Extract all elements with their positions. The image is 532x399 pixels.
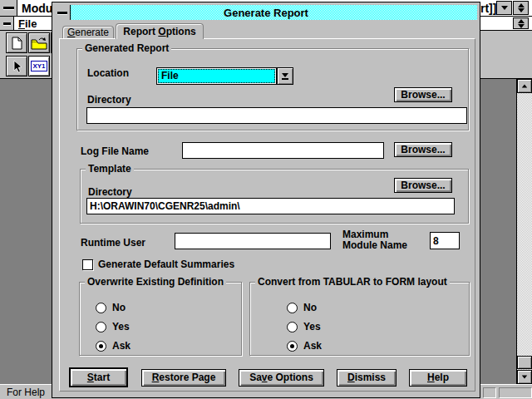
- xy1-icon: XY1: [31, 61, 47, 71]
- new-document-button[interactable]: [6, 32, 27, 53]
- menu-file-key: F: [18, 17, 25, 30]
- xy1-tool-button[interactable]: XY1: [28, 56, 50, 76]
- location-combobox[interactable]: File: [156, 67, 293, 85]
- convert-no-label: No: [303, 302, 317, 313]
- status-segment-2: [499, 387, 532, 398]
- dismiss-post: ismiss: [355, 372, 386, 383]
- tab-generate-key: G: [67, 27, 75, 38]
- convert-yes-label: Yes: [303, 321, 321, 332]
- runtime-user-label: Runtime User: [81, 237, 145, 249]
- system-menu-icon: [3, 22, 11, 25]
- tab-options-post: ptions: [166, 26, 196, 37]
- location-dropdown-button[interactable]: [277, 67, 293, 85]
- tab-generate[interactable]: Generate: [62, 26, 114, 39]
- start-button[interactable]: Start: [69, 367, 128, 387]
- status-message: For Help: [7, 387, 45, 398]
- help-button[interactable]: Help: [409, 369, 467, 387]
- main-system-menu-button[interactable]: [0, 0, 17, 16]
- convert-ask-label: Ask: [303, 340, 322, 352]
- convert-no-radio[interactable]: [287, 303, 298, 313]
- pointer-tool-button[interactable]: [6, 56, 27, 76]
- restore-up-icon: [518, 3, 525, 7]
- overwrite-yes-label: Yes: [112, 321, 130, 332]
- radio-dot: [99, 306, 103, 310]
- restore-page-button[interactable]: Restore Page: [141, 369, 226, 387]
- save-options-button[interactable]: Save Options: [239, 369, 324, 387]
- new-document-icon: [10, 37, 23, 50]
- minimize-button[interactable]: [496, 1, 512, 15]
- scrollbar-thumb[interactable]: [517, 356, 532, 369]
- tab-report-options[interactable]: Report Options: [116, 23, 204, 39]
- log-file-name-input[interactable]: [182, 142, 384, 159]
- location-value-field[interactable]: File: [156, 67, 277, 85]
- template-directory-label: Directory: [88, 186, 132, 198]
- restore-key: R: [152, 372, 160, 383]
- template-group: Template: [80, 169, 469, 224]
- main-window-title-suffix: rt]]: [480, 2, 496, 15]
- tab-options-key: O: [158, 26, 165, 37]
- generate-report-dialog: Generate Report Generate Report Options …: [52, 2, 480, 398]
- browse-log-file-button[interactable]: Browse...: [394, 142, 452, 157]
- restore-button[interactable]: [513, 1, 529, 15]
- convert-group-label: Convert from TABULAR to FORM layout: [255, 276, 450, 288]
- radio-dot: [99, 325, 103, 329]
- convert-yes-radio[interactable]: [287, 322, 298, 332]
- vertical-scrollbar[interactable]: [517, 79, 532, 384]
- radio-dot: [99, 344, 103, 348]
- system-menu-icon: [3, 7, 14, 9]
- location-selected-value: File: [158, 69, 275, 83]
- start-key: S: [87, 372, 94, 383]
- directory-label: Directory: [87, 94, 131, 106]
- max-module-name-input[interactable]: [430, 232, 460, 249]
- child-restore-button[interactable]: [513, 17, 529, 29]
- menu-item-file[interactable]: File: [18, 17, 37, 30]
- dialog-titlebar[interactable]: Generate Report: [55, 5, 477, 20]
- scroll-down-icon: [522, 376, 527, 379]
- max-label-line2: Module Name: [342, 239, 407, 251]
- overwrite-yes-radio[interactable]: [96, 322, 106, 332]
- overwrite-ask-label: Ask: [112, 340, 131, 352]
- restore-down-icon: [518, 24, 525, 28]
- help-key: H: [427, 372, 435, 383]
- location-label: Location: [87, 67, 129, 79]
- restore-up-icon: [518, 19, 525, 23]
- scrollbar-down-button[interactable]: [517, 370, 532, 384]
- generate-default-summaries-checkbox[interactable]: [82, 259, 93, 270]
- minimize-icon: [501, 6, 508, 10]
- dismiss-key: D: [347, 372, 355, 383]
- dropdown-bar-icon: [282, 78, 288, 80]
- save-key: v: [262, 372, 268, 383]
- template-group-label: Template: [86, 163, 134, 175]
- generated-report-group-label: Generated Report: [82, 42, 171, 54]
- restore-down-icon: [518, 8, 525, 12]
- template-directory-input[interactable]: [86, 198, 455, 214]
- pointer-icon: [11, 60, 22, 73]
- overwrite-ask-radio[interactable]: [96, 341, 106, 352]
- child-system-menu-button[interactable]: [0, 17, 14, 30]
- overwrite-no-radio[interactable]: [96, 303, 106, 313]
- directory-input[interactable]: [86, 107, 467, 124]
- menu-file-post: ile: [25, 17, 37, 30]
- overwrite-no-label: No: [112, 302, 126, 313]
- generate-default-summaries-label: Generate Default Summaries: [98, 259, 234, 270]
- max-module-name-label: MaximumModule Name: [342, 229, 407, 251]
- browse-directory-button[interactable]: Browse...: [394, 87, 452, 102]
- open-module-button[interactable]: [28, 32, 50, 53]
- browse-template-button[interactable]: Browse...: [394, 178, 452, 193]
- dialog-system-menu-button[interactable]: [55, 5, 71, 20]
- dropdown-arrow-icon: [282, 73, 288, 77]
- convert-ask-radio[interactable]: [287, 341, 298, 352]
- screen: Modu rt]] File: [0, 0, 532, 399]
- max-label-line1: Maximum: [342, 229, 388, 240]
- open-folder-icon: [31, 37, 47, 50]
- overwrite-group-label: Overwrite Existing Definition: [85, 276, 226, 288]
- main-window-title: Modu: [22, 2, 52, 15]
- scrollbar-up-button[interactable]: [517, 79, 532, 93]
- tab-generate-post: enerate: [75, 27, 109, 38]
- tab-options-pre: Report: [123, 26, 158, 37]
- help-post: elp: [435, 372, 449, 383]
- convert-tabular-to-form-group: Convert from TABULAR to FORM layout: [249, 282, 470, 356]
- dialog-title: Generate Report: [71, 7, 461, 19]
- runtime-user-input[interactable]: [175, 233, 331, 249]
- dismiss-button[interactable]: Dismiss: [337, 369, 397, 387]
